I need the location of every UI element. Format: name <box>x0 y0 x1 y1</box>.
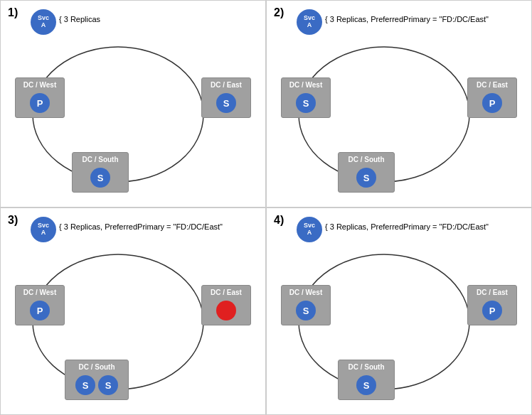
q4-brace: { 3 Replicas, PreferredPrimary = "FD:/DC… <box>325 222 489 231</box>
q1-svc-badge: Svc A <box>31 9 56 35</box>
q4-dc-south: DC / South S <box>338 360 395 400</box>
q2-label: 2) <box>274 6 284 19</box>
q1-arc <box>8 36 250 207</box>
q2-south-secondary: S <box>356 168 376 188</box>
quadrant-4: 4) Svc A { 3 Replicas, PreferredPrimary … <box>266 208 532 415</box>
q2-east-primary: P <box>482 93 502 113</box>
q1-label: 1) <box>8 6 18 19</box>
q4-dc-west: DC / West S <box>281 285 331 325</box>
q4-south-secondary: S <box>356 375 376 395</box>
main-grid: 1) Svc A { 3 Replicas DC / West P DC / E… <box>0 0 532 415</box>
q4-svc-badge: Svc A <box>297 217 322 242</box>
q1-east-secondary: S <box>216 93 236 113</box>
q2-dc-west: DC / West S <box>281 77 331 118</box>
q3-west-primary: P <box>30 301 50 320</box>
q2-dc-east: DC / East P <box>467 77 517 118</box>
quadrant-1: 1) Svc A { 3 Replicas DC / West P DC / E… <box>0 0 266 208</box>
q1-south-secondary: S <box>90 168 110 188</box>
q3-south-secondary-2: S <box>98 375 118 395</box>
q2-dc-south: DC / South S <box>338 152 395 193</box>
q4-west-secondary: S <box>296 301 316 320</box>
q3-brace: { 3 Replicas, PreferredPrimary = "FD:/DC… <box>59 222 223 231</box>
q4-label: 4) <box>274 214 284 227</box>
quadrant-2: 2) Svc A { 3 Replicas, PreferredPrimary … <box>266 0 532 208</box>
q2-brace: { 3 Replicas, PreferredPrimary = "FD:/DC… <box>325 15 489 23</box>
q1-dc-east: DC / East S <box>201 77 251 118</box>
q1-brace: { 3 Replicas <box>59 15 100 23</box>
q2-arc <box>274 36 516 207</box>
q3-dc-west: DC / West P <box>15 285 65 325</box>
q3-dc-south: DC / South S S <box>65 360 129 400</box>
q1-west-primary: P <box>30 93 50 113</box>
q3-svc-badge: Svc A <box>31 217 56 242</box>
q2-svc-badge: Svc A <box>297 9 322 35</box>
q3-arc <box>8 244 250 414</box>
q4-arc <box>274 244 516 414</box>
q4-east-primary: P <box>482 301 502 320</box>
q3-label: 3) <box>8 214 18 227</box>
q2-west-secondary: S <box>296 93 316 113</box>
q3-south-secondary-1: S <box>75 375 95 395</box>
q1-dc-south: DC / South S <box>72 152 129 193</box>
q3-east-failed <box>216 301 236 320</box>
quadrant-3: 3) Svc A { 3 Replicas, PreferredPrimary … <box>0 208 266 415</box>
q4-dc-east: DC / East P <box>467 285 517 325</box>
q3-dc-east: DC / East <box>201 285 251 325</box>
q1-dc-west: DC / West P <box>15 77 65 118</box>
